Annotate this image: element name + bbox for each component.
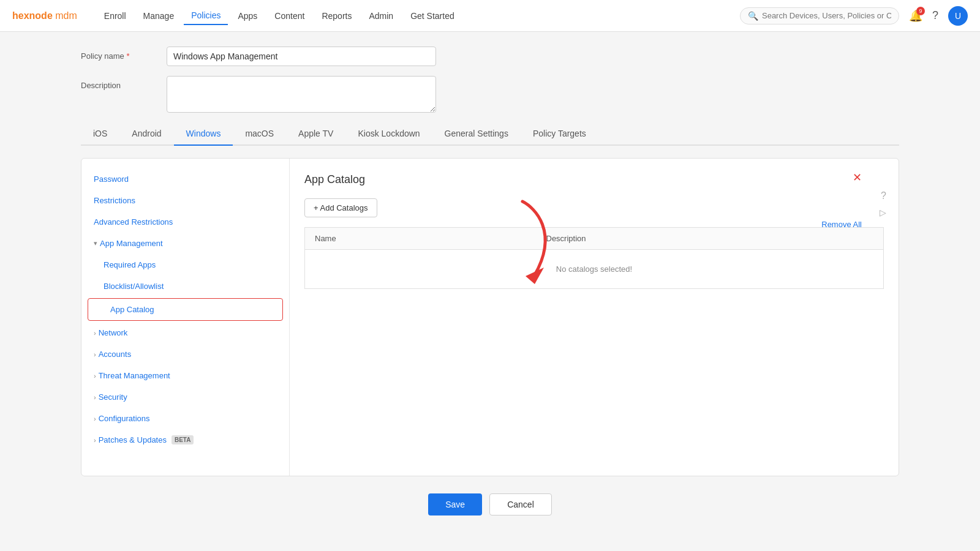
nav-reports[interactable]: Reports <box>314 7 359 24</box>
nav-right: 🔍 🔔 9 ? U <box>740 6 968 26</box>
tab-appletv[interactable]: Apple TV <box>286 122 345 146</box>
search-icon: 🔍 <box>748 11 758 21</box>
catalog-table: Name Description No catalogs selected! <box>304 227 884 289</box>
chevron-right-icon-threat: › <box>94 372 96 380</box>
table-col-name: Name <box>305 228 537 250</box>
brand-logo: hexnode mdm <box>12 10 77 21</box>
policy-name-label: Policy name * <box>81 47 167 61</box>
description-input[interactable] <box>167 76 436 113</box>
brand-name-part1: hexnode <box>12 10 53 21</box>
nav-apps[interactable]: Apps <box>230 7 265 24</box>
sidebar-patches-label: Patches & Updates <box>99 435 167 444</box>
user-avatar[interactable]: U <box>948 6 968 26</box>
sidebar-security-label: Security <box>99 392 127 402</box>
tab-macos[interactable]: macOS <box>233 122 286 146</box>
table-col-description: Description <box>537 228 884 250</box>
nav-manage[interactable]: Manage <box>136 7 182 24</box>
sidebar-threat-label: Threat Management <box>99 371 170 380</box>
page-content: Policy name * Description iOS Android Wi… <box>61 32 919 530</box>
main-panel: Password Restrictions Advanced Restricti… <box>81 158 899 476</box>
nav-policies[interactable]: Policies <box>184 7 228 25</box>
nav-content[interactable]: Content <box>267 7 312 24</box>
platform-tabs: iOS Android Windows macOS Apple TV Kiosk… <box>81 122 899 146</box>
notification-bell-container: 🔔 9 <box>909 9 922 23</box>
beta-badge: BETA <box>172 435 194 444</box>
chevron-right-icon-patches: › <box>94 437 96 444</box>
content-title: App Catalog <box>304 173 884 186</box>
chevron-down-icon: ▾ <box>94 239 97 247</box>
nav-enroll[interactable]: Enroll <box>97 7 134 24</box>
sidebar-item-configurations[interactable]: › Configurations <box>81 408 289 429</box>
nav-get-started[interactable]: Get Started <box>403 7 462 24</box>
sidebar-item-restrictions[interactable]: Restrictions <box>81 190 289 211</box>
chevron-right-icon-accounts: › <box>94 351 96 358</box>
sidebar-section-label: App Management <box>100 239 163 248</box>
chevron-right-icon-security: › <box>94 394 96 401</box>
policy-name-row: Policy name * <box>81 47 899 66</box>
sidebar-item-network[interactable]: › Network <box>81 322 289 343</box>
sidebar-item-password[interactable]: Password <box>81 168 289 190</box>
description-label: Description <box>81 76 167 90</box>
nav-admin[interactable]: Admin <box>361 7 401 24</box>
sidebar-item-threat-management[interactable]: › Threat Management <box>81 365 289 386</box>
close-button[interactable]: ✕ <box>853 171 862 184</box>
chevron-right-icon-network: › <box>94 329 96 337</box>
tab-windows[interactable]: Windows <box>174 122 233 146</box>
sidebar-item-advanced-restrictions[interactable]: Advanced Restrictions <box>81 211 289 233</box>
search-box[interactable]: 🔍 <box>740 7 899 24</box>
help-icon[interactable]: ? <box>932 9 938 22</box>
sidebar-item-app-management[interactable]: ▾ App Management <box>81 233 289 254</box>
cancel-button[interactable]: Cancel <box>489 493 552 515</box>
sidebar-item-app-catalog[interactable]: App Catalog <box>88 298 283 321</box>
top-navigation: hexnode mdm Enroll Manage Policies Apps … <box>0 0 980 32</box>
nav-links: Enroll Manage Policies Apps Content Repo… <box>97 7 740 25</box>
required-star: * <box>126 51 129 61</box>
tab-ios[interactable]: iOS <box>81 122 119 146</box>
remove-all-button[interactable]: Remove All <box>821 220 862 229</box>
policy-name-input[interactable] <box>167 47 436 66</box>
tab-general-settings[interactable]: General Settings <box>432 122 521 146</box>
sidebar-network-label: Network <box>99 328 128 337</box>
sidebar-item-required-apps[interactable]: Required Apps <box>81 254 289 276</box>
sidebar-item-security[interactable]: › Security <box>81 386 289 408</box>
search-input[interactable] <box>762 11 891 20</box>
save-button[interactable]: Save <box>428 493 482 515</box>
table-empty-row: No catalogs selected! <box>305 250 884 289</box>
sidebar-item-accounts[interactable]: › Accounts <box>81 343 289 365</box>
add-catalogs-label: + Add Catalogs <box>314 203 368 212</box>
brand-name-part2: mdm <box>53 10 77 21</box>
tab-kiosk-lockdown[interactable]: Kiosk Lockdown <box>345 122 432 146</box>
sidebar-item-patches-updates[interactable]: › Patches & Updates BETA <box>81 429 289 451</box>
notification-badge: 9 <box>916 7 925 15</box>
sidebar: Password Restrictions Advanced Restricti… <box>81 159 290 476</box>
tab-policy-targets[interactable]: Policy Targets <box>521 122 598 146</box>
chevron-right-icon-configs: › <box>94 415 96 422</box>
sidebar-accounts-label: Accounts <box>99 350 131 359</box>
add-catalogs-button[interactable]: + Add Catalogs <box>304 198 377 217</box>
description-row: Description <box>81 76 899 113</box>
tab-android[interactable]: Android <box>119 122 173 146</box>
content-area: App Catalog ✕ ? ▷ Remove All + Add Catal… <box>290 159 899 476</box>
sidebar-item-blocklist-allowlist[interactable]: Blocklist/Allowlist <box>81 276 289 297</box>
sidebar-configurations-label: Configurations <box>99 414 150 423</box>
bottom-actions: Save Cancel <box>81 493 899 515</box>
play-button[interactable]: ▷ <box>880 208 886 217</box>
help-button[interactable]: ? <box>881 190 886 201</box>
table-empty-message: No catalogs selected! <box>305 250 884 289</box>
